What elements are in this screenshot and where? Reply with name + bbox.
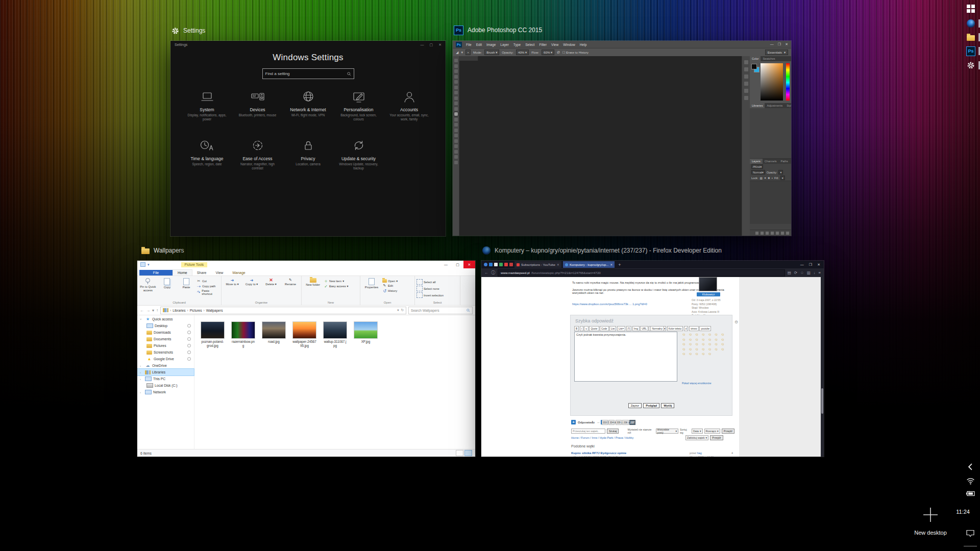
breadcrumb-pictures[interactable]: Pictures <box>190 309 202 312</box>
invert-selection-button[interactable]: Invert selection <box>416 292 444 298</box>
start-button[interactable] <box>966 4 975 13</box>
format-select[interactable]: Normalny ▾ <box>649 326 666 331</box>
layers-list[interactable] <box>750 181 791 224</box>
emoticon[interactable]: ☺ <box>701 338 705 342</box>
history-panel-icon[interactable] <box>744 60 748 64</box>
maximize-button[interactable]: ❐ <box>778 42 781 46</box>
delete-layer-icon[interactable] <box>786 232 789 235</box>
emoticon[interactable]: ☺ <box>708 342 712 346</box>
sidebar-item-this-pc[interactable]: ›This PC <box>137 375 194 382</box>
emoticon[interactable]: ☺ <box>701 352 705 356</box>
back-button[interactable]: ← <box>484 270 488 275</box>
photoshop-thumbnail-label[interactable]: Ps Adobe Photoshop CC 2015 <box>454 25 542 35</box>
gradient-icon[interactable] <box>454 118 458 121</box>
show-hidden-icons-button[interactable] <box>963 463 978 470</box>
battery-tray-icon[interactable] <box>963 491 978 496</box>
bbcode-button[interactable]: Img <box>632 326 640 331</box>
emoticon[interactable]: ☺ <box>689 352 693 356</box>
go-button[interactable]: Przejdź <box>710 435 723 440</box>
bbcode-button[interactable]: u <box>584 326 589 331</box>
tile-devices[interactable]: Devices Bluetooth, printers, mouse <box>232 89 283 138</box>
submit-button[interactable]: Wyślij <box>661 403 674 408</box>
history-button[interactable]: ↺History <box>382 289 398 293</box>
marquee-icon[interactable] <box>454 64 458 68</box>
tab-share[interactable]: Share <box>192 270 211 276</box>
details-view-button[interactable] <box>456 450 463 456</box>
sidebar-item-desktop[interactable]: Desktop <box>137 322 194 329</box>
menu-item[interactable]: Select <box>525 43 534 46</box>
type-icon[interactable] <box>454 139 458 143</box>
bbcode-button[interactable]: Code <box>600 326 608 331</box>
new-item-button[interactable]: ✧New item ▾ <box>324 279 348 283</box>
color-picker-panel[interactable] <box>750 61 791 103</box>
bbcode-button[interactable]: vimeo <box>689 326 699 331</box>
firefox-window[interactable]: Subscriptions - YouTube✕ Komputery - kup… <box>481 261 824 457</box>
reply-plus-icon[interactable]: + <box>571 420 576 424</box>
breadcrumb-wallpapers[interactable]: Wallpapers <box>206 309 223 312</box>
downloads-icon[interactable]: ↓ <box>814 270 816 275</box>
select-none-button[interactable]: Select none <box>416 286 444 291</box>
tab-adjustments[interactable]: Adjustments <box>765 103 785 108</box>
tile-personalisation[interactable]: Personalisation Background, lock screen,… <box>333 89 384 138</box>
sidebar-item-local-disk[interactable]: Local Disk (C:) <box>137 382 194 389</box>
panel-dock[interactable] <box>742 56 750 236</box>
dodge-icon[interactable] <box>454 129 458 132</box>
emoticon[interactable]: ☺ <box>714 333 718 337</box>
tab-color[interactable]: Color <box>750 56 761 61</box>
sidebar-item-quick-access[interactable]: ˅★Quick access <box>137 316 194 322</box>
minimize-button[interactable]: — <box>440 261 452 268</box>
emoticon[interactable]: ☺ <box>682 338 686 342</box>
order-select[interactable]: Rosnąco ▾ <box>704 429 720 434</box>
emoticon[interactable]: ☺ <box>695 347 699 352</box>
close-button[interactable]: ✕ <box>438 43 442 47</box>
url-bar[interactable]: www.mazdaspeed.pl/forum/viewtopic.php?f=… <box>498 269 785 277</box>
tile-system[interactable]: System Display, notifications, apps, pow… <box>182 89 232 138</box>
layers-opacity-select[interactable]: ▾ <box>778 170 783 174</box>
delete-button[interactable]: ✕Delete ▾ <box>262 277 280 300</box>
new-tab-button[interactable]: + <box>616 262 623 267</box>
copy-button[interactable]: Copy <box>158 277 177 300</box>
flow-select[interactable]: 60% ▾ <box>542 49 554 55</box>
sidebar-item-google-drive[interactable]: ▲Google Drive <box>137 356 194 362</box>
forward-button[interactable]: → <box>146 308 150 313</box>
spot-heal-icon[interactable] <box>454 91 458 94</box>
page-number[interactable]: 233 <box>602 420 608 425</box>
tile-privacy[interactable]: Privacy Location, camera <box>283 138 333 187</box>
pen-icon[interactable] <box>454 134 458 137</box>
file-item[interactable]: road.jpg <box>262 321 286 344</box>
link-layers-icon[interactable] <box>755 232 758 235</box>
pinned-tab[interactable] <box>509 263 513 266</box>
pinned-tabs[interactable] <box>484 263 513 266</box>
sidebar-item-network[interactable]: ›Network <box>137 389 194 395</box>
menu-item[interactable]: Window <box>563 43 575 46</box>
emoticon[interactable]: ☺ <box>689 342 693 346</box>
menu-item[interactable]: Help <box>580 43 587 46</box>
emoticon[interactable]: ☺ <box>689 333 693 337</box>
pinned-tab[interactable] <box>494 263 498 266</box>
tab-channels[interactable]: Channels <box>763 159 779 164</box>
library-icon[interactable]: ▥ <box>807 270 811 275</box>
easy-access-button[interactable]: ✓Easy access ▾ <box>324 284 348 288</box>
search-input[interactable]: Search Wallpapers <box>408 307 473 314</box>
path-select-icon[interactable] <box>454 144 458 148</box>
reply-textarea[interactable]: Czyli jednak kwestia przyzwyczajenia. <box>574 332 677 382</box>
layers-panel-actions[interactable] <box>750 230 791 236</box>
brush-icon[interactable] <box>454 96 458 100</box>
close-button[interactable]: ✕ <box>817 263 820 267</box>
emoticon[interactable]: ☺ <box>689 338 693 342</box>
settings-search-input[interactable]: Find a setting <box>262 68 354 79</box>
pinned-tab[interactable] <box>489 263 493 266</box>
explorer-window[interactable]: ▾ Picture Tools — ▢ ✕ File Home Share Vi… <box>137 261 475 457</box>
recent-locations-icon[interactable]: ▾ <box>152 308 154 313</box>
menu-item[interactable]: Filter <box>539 43 547 46</box>
select-all-button[interactable]: Select all <box>416 279 444 285</box>
lock-all-icon[interactable]: ▪ <box>772 177 773 180</box>
history-brush-icon[interactable] <box>454 107 458 111</box>
color-gradient-field[interactable] <box>761 63 783 101</box>
foreground-color-swatch[interactable] <box>751 64 757 69</box>
action-center-button[interactable] <box>963 530 978 537</box>
bbcode-button[interactable]: i <box>580 326 583 331</box>
taskbar-explorer-button[interactable] <box>966 33 975 42</box>
emoticon[interactable]: ☺ <box>695 352 699 356</box>
fill-select[interactable]: ▾ <box>780 176 785 180</box>
